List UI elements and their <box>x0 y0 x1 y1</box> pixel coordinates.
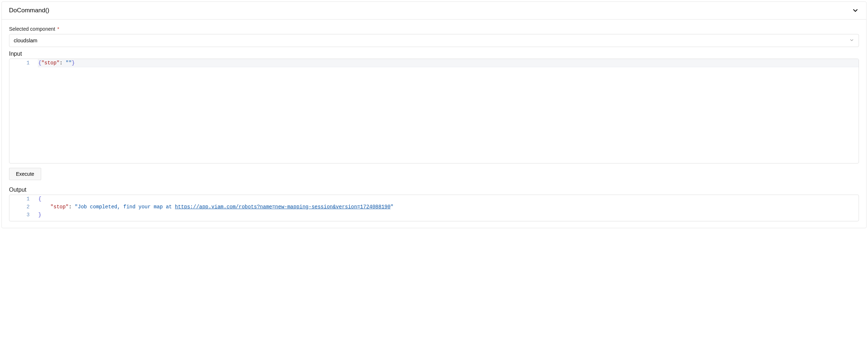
code-token: : <box>60 60 66 66</box>
input-label: Input <box>9 51 859 57</box>
code-line[interactable]: 1{"stop": ""} <box>9 59 859 67</box>
code-token: "" <box>66 60 72 66</box>
code-token: "Job completed, find your map at <box>75 204 175 210</box>
code-content[interactable]: { <box>38 195 859 203</box>
code-line[interactable]: 3} <box>9 211 859 219</box>
code-token: } <box>38 212 41 218</box>
chevron-down-icon <box>852 7 859 14</box>
code-content[interactable]: {"stop": ""} <box>38 59 859 67</box>
code-content[interactable]: "stop": "Job completed, find your map at… <box>38 203 859 211</box>
do-command-panel: DoCommand() Selected component * cloudsl… <box>1 1 867 228</box>
code-token: " <box>391 204 394 210</box>
selected-component-value: cloudslam <box>14 38 849 43</box>
code-token: : <box>69 204 75 210</box>
panel-title: DoCommand() <box>9 7 49 14</box>
code-line[interactable]: 1{ <box>9 195 859 203</box>
selected-component-label: Selected component * <box>9 26 859 32</box>
code-token: } <box>72 60 74 66</box>
selected-component-label-text: Selected component <box>9 26 55 32</box>
gutter-line-number: 1 <box>9 59 38 67</box>
output-editor[interactable]: 1{2 "stop": "Job completed, find your ma… <box>9 195 859 221</box>
chevron-down-icon <box>849 38 854 44</box>
output-label: Output <box>9 187 859 193</box>
gutter-line-number: 2 <box>9 203 38 211</box>
code-token <box>38 204 51 210</box>
panel-body: Selected component * cloudslam Input 1{"… <box>2 20 866 228</box>
code-line[interactable]: 2 "stop": "Job completed, find your map … <box>9 203 859 211</box>
gutter-line-number: 1 <box>9 195 38 203</box>
input-editor[interactable]: 1{"stop": ""} <box>9 59 859 163</box>
code-content[interactable]: } <box>38 211 859 219</box>
required-asterisk: * <box>57 26 59 32</box>
execute-button[interactable]: Execute <box>9 168 41 180</box>
panel-header[interactable]: DoCommand() <box>2 2 866 20</box>
code-token: https://app.viam.com/robots?name=new-map… <box>175 204 391 210</box>
gutter-line-number: 3 <box>9 211 38 219</box>
selected-component-select[interactable]: cloudslam <box>9 34 859 47</box>
code-token: { <box>38 196 41 202</box>
code-token: "stop" <box>41 60 59 66</box>
code-token: "stop" <box>51 204 69 210</box>
